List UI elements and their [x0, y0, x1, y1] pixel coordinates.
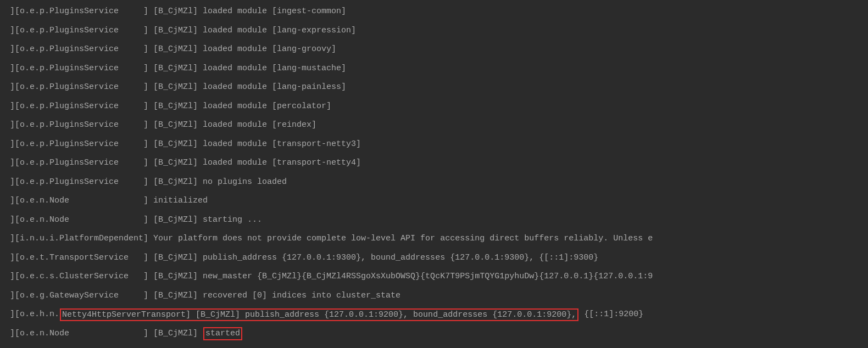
highlighted-segment: started: [203, 327, 242, 340]
log-line: ][o.e.p.PluginsService ] [B_CjMZl] loade…: [0, 154, 868, 173]
log-line: ][o.e.p.PluginsService ] [B_CjMZl] loade…: [0, 21, 868, 41]
log-segment: ][o.e.n.Node ] [B_CjMZl]: [10, 326, 203, 342]
log-line: ][o.e.p.PluginsService ] [B_CjMZl] loade…: [0, 59, 868, 78]
log-segment: ][o.e.p.PluginsService ] [B_CjMZl] loade…: [10, 80, 346, 96]
log-segment: ][o.e.g.GatewayService ] [B_CjMZl] recov…: [10, 288, 400, 304]
log-line: ][o.e.p.PluginsService ] [B_CjMZl] loade…: [0, 116, 868, 135]
log-segment: ][o.e.p.PluginsService ] [B_CjMZl] loade…: [10, 61, 346, 77]
log-line: ][o.e.n.Node ] [B_CjMZl] started: [0, 324, 868, 344]
log-line: ][o.e.h.n.Netty4HttpServerTransport] [B_…: [0, 305, 868, 324]
log-line: ][o.e.n.Node ] [B_CjMZl] starting ...: [0, 211, 868, 230]
log-segment: ][o.e.p.PluginsService ] [B_CjMZl] loade…: [10, 23, 356, 39]
log-line: ][o.e.p.PluginsService ] [B_CjMZl] loade…: [0, 135, 868, 154]
log-line: ][i.n.u.i.PlatformDependent] Your platfo…: [0, 229, 868, 249]
log-segment: ][o.e.p.PluginsService ] [B_CjMZl] loade…: [10, 4, 346, 20]
log-segment: ][o.e.p.PluginsService ] [B_CjMZl] loade…: [10, 117, 316, 133]
log-segment: ][o.e.p.PluginsService ] [B_CjMZl] loade…: [10, 155, 361, 171]
log-segment: ][o.e.t.TransportService ] [B_CjMZl] pub…: [10, 250, 598, 266]
log-segment: ][o.e.p.PluginsService ] [B_CjMZl] loade…: [10, 137, 361, 153]
log-segment: ][o.e.p.PluginsService ] [B_CjMZl] loade…: [10, 42, 336, 58]
log-line: ][o.e.c.s.ClusterService ] [B_CjMZl] new…: [0, 267, 868, 287]
log-line: ][o.e.n.Node ] initialized: [0, 192, 868, 211]
log-line: ][o.e.p.PluginsService ] [B_CjMZl] loade…: [0, 40, 868, 59]
log-segment: ][o.e.h.n.: [10, 307, 59, 323]
log-line: ][o.e.p.PluginsService ] [B_CjMZl] loade…: [0, 2, 868, 21]
terminal-log-output: ][o.e.p.PluginsService ] [B_CjMZl] loade…: [0, 2, 868, 343]
log-line: ][o.e.p.PluginsService ] [B_CjMZl] loade…: [0, 78, 868, 97]
log-segment: {[::1]:9200}: [579, 307, 643, 323]
log-line: ][o.e.p.PluginsService ] [B_CjMZl] loade…: [0, 97, 868, 116]
log-line: ][o.e.g.GatewayService ] [B_CjMZl] recov…: [0, 287, 868, 306]
log-segment: ][o.e.n.Node ] initialized: [10, 193, 208, 209]
log-line: ][o.e.t.TransportService ] [B_CjMZl] pub…: [0, 249, 868, 268]
log-segment: ][o.e.n.Node ] [B_CjMZl] starting ...: [10, 212, 262, 228]
log-segment: ][o.e.p.PluginsService ] [B_CjMZl] loade…: [10, 99, 331, 115]
log-line: ][o.e.p.PluginsService ] [B_CjMZl] no pl…: [0, 173, 868, 192]
log-segment: ][o.e.p.PluginsService ] [B_CjMZl] no pl…: [10, 175, 287, 190]
log-segment: ][o.e.c.s.ClusterService ] [B_CjMZl] new…: [10, 269, 653, 285]
highlighted-segment: Netty4HttpServerTransport] [B_CjMZl] pub…: [60, 308, 578, 322]
log-segment: ][i.n.u.i.PlatformDependent] Your platfo…: [10, 231, 653, 247]
